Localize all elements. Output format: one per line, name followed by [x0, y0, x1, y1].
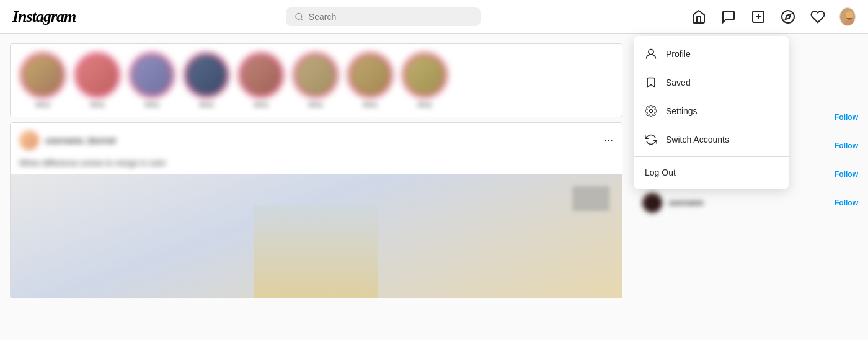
follow-button[interactable]: Follow	[835, 170, 858, 179]
svg-point-8	[846, 11, 853, 19]
explore-icon[interactable]	[780, 9, 796, 25]
suggestion-avatar	[642, 193, 662, 213]
instagram-logo: Instagram	[12, 7, 76, 26]
post-caption: When difference comes to merge in color	[11, 158, 622, 174]
follow-button[interactable]: Follow	[835, 113, 858, 122]
nav-icons	[691, 9, 856, 25]
post-user: username_blurred	[19, 130, 115, 150]
story-item[interactable]: story	[184, 53, 229, 108]
post-header: username_blurred ···	[11, 123, 622, 158]
follow-button[interactable]: Follow	[835, 141, 858, 150]
search-input[interactable]	[309, 12, 472, 22]
story-item[interactable]: story	[239, 53, 283, 108]
bookmark-icon	[645, 76, 657, 89]
heart-icon[interactable]	[810, 9, 826, 25]
dropdown-profile-label: Profile	[666, 49, 691, 59]
story-item[interactable]: story	[348, 53, 392, 108]
switch-icon	[645, 133, 657, 146]
dropdown-item-saved[interactable]: Saved	[634, 68, 789, 97]
dropdown-item-profile[interactable]: Profile	[634, 40, 789, 68]
dropdown-item-logout[interactable]: Log Out	[634, 159, 789, 186]
feed-area: story story story story story story	[0, 34, 632, 340]
dropdown-menu: Profile Saved Settings Switch Accounts L	[634, 36, 789, 189]
home-icon[interactable]	[691, 9, 707, 25]
svg-line-1	[301, 18, 303, 20]
follow-button[interactable]: Follow	[835, 199, 858, 207]
settings-icon	[645, 105, 657, 117]
story-item[interactable]: story	[75, 53, 120, 108]
suggestion-item: username Follow	[642, 193, 858, 213]
svg-point-0	[296, 13, 302, 19]
dropdown-settings-label: Settings	[666, 106, 698, 116]
stories-row: story story story story story story	[10, 43, 622, 117]
suggestion-username: username	[668, 199, 828, 207]
dropdown-item-settings[interactable]: Settings	[634, 97, 789, 125]
dropdown-divider	[634, 156, 789, 157]
more-options-icon[interactable]: ···	[604, 134, 613, 147]
post-card: username_blurred ··· When difference com…	[10, 122, 622, 298]
svg-point-14	[650, 110, 653, 113]
story-item[interactable]: story	[20, 53, 65, 108]
search-icon	[294, 12, 304, 22]
post-avatar	[19, 130, 39, 150]
dropdown-saved-label: Saved	[666, 78, 691, 87]
messenger-icon[interactable]	[720, 9, 737, 25]
suggestion-info: username	[668, 199, 828, 207]
dropdown-switch-label: Switch Accounts	[666, 135, 729, 145]
profile-icon	[645, 48, 657, 60]
create-icon[interactable]	[750, 9, 766, 25]
header: Instagram	[0, 0, 868, 34]
svg-marker-6	[786, 14, 790, 19]
dropdown-item-switch[interactable]: Switch Accounts	[634, 125, 789, 154]
svg-point-5	[782, 11, 794, 23]
story-item[interactable]: story	[293, 53, 338, 108]
dropdown-logout-label: Log Out	[645, 168, 676, 177]
svg-point-13	[649, 50, 653, 55]
story-item[interactable]: story	[130, 53, 174, 108]
post-image	[11, 174, 622, 298]
post-username: username_blurred	[45, 136, 115, 145]
search-bar[interactable]	[286, 7, 480, 26]
story-item[interactable]: story	[402, 53, 447, 108]
user-avatar[interactable]	[839, 9, 856, 25]
